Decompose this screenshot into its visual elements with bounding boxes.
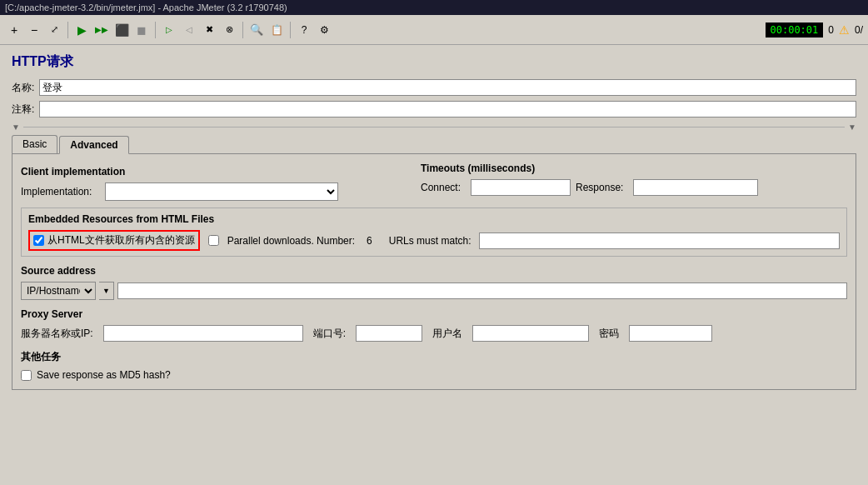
name-input[interactable]	[39, 79, 856, 96]
add-button[interactable]: +	[5, 21, 23, 39]
log-icon[interactable]: 📋	[267, 21, 286, 39]
proxy-port-input[interactable]	[356, 325, 422, 342]
parallel-label: Parallel downloads. Number:	[227, 235, 355, 247]
parallel-value: 6	[367, 235, 372, 247]
proxy-port-label: 端口号:	[313, 327, 346, 341]
timer-area: 00:00:01 0 ⚠ 0/	[766, 22, 864, 38]
timer-display: 00:00:01	[766, 22, 824, 38]
settings-button[interactable]: ⚙	[315, 21, 333, 39]
embedded-checkbox-text: 从HTML文件获取所有内含的资源	[47, 233, 195, 248]
separator-2	[155, 22, 156, 38]
comment-row: 注释:	[12, 101, 856, 118]
proxy-section: Proxy Server 服务器名称或IP: 端口号: 用户名 密码	[21, 308, 847, 342]
browse-button[interactable]: 🔍	[247, 21, 266, 39]
embedded-checkbox[interactable]	[33, 235, 44, 246]
impl-timeout-row: Client implementation Implementation: Ht…	[21, 162, 847, 208]
count-display: 0	[828, 24, 834, 36]
drag-button[interactable]: ⤢	[45, 21, 63, 39]
other-section: 其他任务 Save response as MD5 hash?	[21, 350, 847, 381]
timeouts-section: Timeouts (milliseconds) Connect: Respons…	[421, 162, 847, 208]
embedded-section-heading: Embedded Resources from HTML Files	[28, 213, 840, 225]
separator-1	[67, 22, 68, 38]
source-input[interactable]	[117, 282, 847, 299]
remote-start-button[interactable]: ▷	[160, 21, 178, 39]
proxy-server-label: 服务器名称或IP:	[21, 327, 93, 341]
response-input[interactable]	[633, 179, 758, 196]
source-address-section: Source address IP/Hostname IP Hostname ▼	[21, 265, 847, 300]
warning-icon: ⚠	[839, 23, 850, 37]
proxy-user-label: 用户名	[432, 327, 462, 341]
client-impl-heading: Client implementation	[21, 166, 404, 178]
md5-checkbox[interactable]	[21, 370, 32, 381]
remote-stop-button[interactable]: ◁	[180, 21, 198, 39]
impl-label: Implementation:	[21, 186, 92, 198]
scroll-area: ▼ ▼	[12, 122, 856, 132]
comment-input[interactable]	[39, 101, 856, 118]
clear-all-button[interactable]: ⊗	[220, 21, 238, 39]
proxy-pass-input[interactable]	[629, 325, 712, 342]
urls-input[interactable]	[479, 232, 840, 249]
run-all-button[interactable]: ▶▶	[92, 21, 111, 39]
comment-label: 注释:	[12, 102, 34, 117]
response-label: Response:	[576, 182, 623, 193]
tab-content-advanced: Client implementation Implementation: Ht…	[12, 154, 856, 390]
connect-label: Connect:	[421, 182, 461, 193]
toolbar: + − ⤢ ▶ ▶▶ ⬛ ◼ ▷ ◁ ✖ ⊗ 🔍 📋 ? ⚙ 00:00:01 …	[0, 15, 868, 45]
source-dropdown-arrow[interactable]: ▼	[99, 282, 114, 300]
source-address-heading: Source address	[21, 265, 847, 277]
run-button[interactable]: ▶	[72, 21, 91, 39]
embedded-row: 从HTML文件获取所有内含的资源 Parallel downloads. Num…	[28, 230, 840, 251]
embedded-checkbox-label[interactable]: 从HTML文件获取所有内含的资源	[28, 230, 200, 251]
proxy-row: 服务器名称或IP: 端口号: 用户名 密码	[21, 325, 847, 342]
stop-button[interactable]: ⬛	[112, 21, 131, 39]
proxy-heading: Proxy Server	[21, 308, 847, 320]
remove-button[interactable]: −	[25, 21, 43, 39]
embedded-section: Embedded Resources from HTML Files 从HTML…	[21, 208, 847, 257]
impl-select[interactable]: HttpClient3.1 HttpClient4 Java	[105, 182, 338, 201]
proxy-server-input[interactable]	[103, 325, 303, 342]
proxy-pass-label: 密码	[599, 327, 619, 341]
help-button[interactable]: ?	[295, 21, 313, 39]
error-count: 0/	[855, 24, 863, 36]
name-row: 名称:	[12, 79, 856, 96]
source-row: IP/Hostname IP Hostname ▼	[21, 282, 847, 300]
client-impl-section: Client implementation Implementation: Ht…	[21, 162, 404, 208]
separator-4	[290, 22, 291, 38]
timeouts-heading: Timeouts (milliseconds)	[421, 162, 847, 174]
panel-title: HTTP请求	[12, 53, 856, 71]
clear-button[interactable]: ✖	[200, 21, 218, 39]
main-content: HTTP请求 名称: 注释: ▼ ▼ Basic Advanced Client…	[0, 45, 868, 485]
impl-row: Implementation: HttpClient3.1 HttpClient…	[21, 182, 404, 201]
impl-dropdown-wrapper: HttpClient3.1 HttpClient4 Java	[105, 182, 338, 201]
parallel-checkbox[interactable]	[208, 235, 219, 246]
tabs-container: Basic Advanced Client implementation Imp…	[12, 135, 856, 390]
md5-label: Save response as MD5 hash?	[37, 369, 171, 381]
timeout-fields: Connect: Response:	[421, 179, 847, 196]
name-label: 名称:	[12, 81, 34, 95]
other-heading: 其他任务	[21, 350, 847, 364]
md5-row: Save response as MD5 hash?	[21, 369, 847, 381]
tab-list: Basic Advanced	[12, 135, 856, 154]
stop-now-button[interactable]: ◼	[132, 21, 151, 39]
title-text: [C:/apache-jmeter-3.2/bin/jmeter.jmx] - …	[5, 2, 287, 12]
title-bar: [C:/apache-jmeter-3.2/bin/jmeter.jmx] - …	[0, 0, 868, 15]
source-type-select[interactable]: IP/Hostname IP Hostname	[21, 282, 96, 300]
tab-advanced[interactable]: Advanced	[59, 136, 128, 154]
tab-basic[interactable]: Basic	[12, 135, 57, 153]
urls-label: URLs must match:	[389, 235, 471, 247]
connect-input[interactable]	[471, 179, 571, 196]
proxy-user-input[interactable]	[472, 325, 589, 342]
separator-3	[242, 22, 243, 38]
